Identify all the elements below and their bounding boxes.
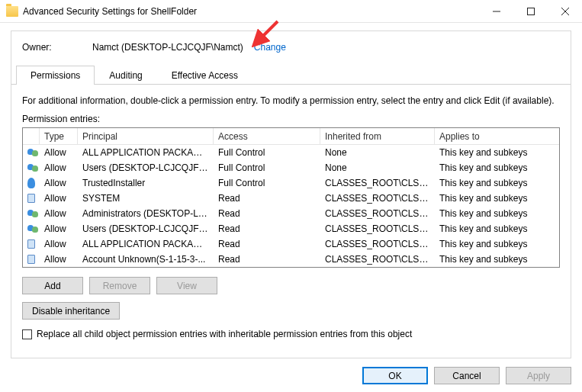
cell-applies: This key and subkeys xyxy=(435,254,559,265)
ok-button[interactable]: OK xyxy=(362,367,428,384)
content-panel: Owner: Namct (DESKTOP-LCJCQJF\Namct) Cha… xyxy=(11,31,571,358)
cell-type: Allow xyxy=(40,178,78,188)
col-icon[interactable] xyxy=(23,128,40,144)
minimize-button[interactable] xyxy=(479,0,513,22)
cell-access: Read xyxy=(214,239,320,249)
remove-button[interactable]: Remove xyxy=(89,277,150,294)
table-row[interactable]: AllowALL APPLICATION PACKAGESReadCLASSES… xyxy=(23,236,559,252)
cell-type: Allow xyxy=(40,193,78,204)
cell-access: Read xyxy=(214,208,320,219)
cell-principal: Account Unknown(S-1-15-3-... xyxy=(78,254,214,265)
add-button[interactable]: Add xyxy=(22,277,83,294)
users-icon xyxy=(23,208,40,219)
cell-inherited: None xyxy=(320,162,435,173)
entries-label: Permission entries: xyxy=(22,114,560,124)
tab-auditing[interactable]: Auditing xyxy=(95,66,156,85)
svg-rect-1 xyxy=(527,8,534,14)
cell-type: Allow xyxy=(40,162,78,173)
cell-inherited: None xyxy=(320,147,435,158)
tabs: Permissions Auditing Effective Access xyxy=(11,65,571,85)
pc-icon xyxy=(23,194,40,203)
cell-principal: ALL APPLICATION PACKAGES xyxy=(78,147,214,158)
table-row[interactable]: AllowAccount Unknown(S-1-15-3-...ReadCLA… xyxy=(23,252,559,267)
cell-access: Read xyxy=(214,223,320,234)
cancel-button[interactable]: Cancel xyxy=(434,367,500,384)
tab-permissions[interactable]: Permissions xyxy=(16,66,95,85)
cell-principal: Administrators (DESKTOP-LCJ... xyxy=(78,208,214,219)
change-owner-link[interactable]: Change xyxy=(254,42,286,53)
cell-type: Allow xyxy=(40,254,78,265)
cell-principal: ALL APPLICATION PACKAGES xyxy=(78,239,214,249)
apply-button[interactable]: Apply xyxy=(506,367,571,384)
cell-applies: This key and subkeys xyxy=(435,223,559,234)
cell-type: Allow xyxy=(40,208,78,219)
col-principal[interactable]: Principal xyxy=(78,128,214,144)
users-icon xyxy=(23,162,40,173)
pc-icon xyxy=(23,255,40,264)
table-row[interactable]: AllowAdministrators (DESKTOP-LCJ...ReadC… xyxy=(23,206,559,221)
view-button[interactable]: View xyxy=(156,277,217,294)
folder-icon xyxy=(6,6,18,17)
users-icon xyxy=(23,147,40,158)
cell-applies: This key and subkeys xyxy=(435,162,559,173)
cell-inherited: CLASSES_ROOT\CLSID... xyxy=(320,223,435,234)
owner-value: Namct (DESKTOP-LCJCQJF\Namct) xyxy=(92,42,243,53)
cell-principal: Users (DESKTOP-LCJCQJF\Use... xyxy=(78,162,214,173)
cell-inherited: CLASSES_ROOT\CLSID... xyxy=(320,239,435,249)
cell-applies: This key and subkeys xyxy=(435,178,559,188)
cell-type: Allow xyxy=(40,147,78,158)
cell-access: Read xyxy=(214,254,320,265)
pc-icon xyxy=(23,239,40,249)
cell-principal: Users (DESKTOP-LCJCQJF\Use... xyxy=(78,223,214,234)
cell-inherited: CLASSES_ROOT\CLSID... xyxy=(320,193,435,204)
cell-inherited: CLASSES_ROOT\CLSID... xyxy=(320,208,435,219)
cell-access: Full Control xyxy=(214,178,320,188)
table-row[interactable]: AllowTrustedInstallerFull ControlCLASSES… xyxy=(23,175,559,191)
entry-buttons: Add Remove View xyxy=(22,277,560,294)
permission-grid[interactable]: Type Principal Access Inherited from App… xyxy=(22,127,560,268)
dialog-buttons: OK Cancel Apply xyxy=(362,367,571,384)
cell-principal: TrustedInstaller xyxy=(78,178,214,188)
cell-applies: This key and subkeys xyxy=(435,147,559,158)
cell-access: Full Control xyxy=(214,162,320,173)
cell-access: Read xyxy=(214,193,320,204)
cell-applies: This key and subkeys xyxy=(435,239,559,249)
owner-row: Owner: Namct (DESKTOP-LCJCQJF\Namct) Cha… xyxy=(22,42,560,53)
disable-inheritance-button[interactable]: Disable inheritance xyxy=(22,302,120,320)
replace-children-label: Replace all child object permission entr… xyxy=(37,329,412,339)
titlebar: Advanced Security Settings for ShellFold… xyxy=(0,0,582,23)
table-row[interactable]: AllowALL APPLICATION PACKAGESFull Contro… xyxy=(23,145,559,160)
maximize-button[interactable] xyxy=(513,0,548,22)
cell-inherited: CLASSES_ROOT\CLSID... xyxy=(320,254,435,265)
replace-children-checkbox[interactable] xyxy=(22,329,32,339)
owner-label: Owner: xyxy=(22,42,92,53)
tab-effective-access[interactable]: Effective Access xyxy=(157,66,252,85)
close-button[interactable] xyxy=(548,0,582,22)
single-icon xyxy=(23,178,40,188)
cell-applies: This key and subkeys xyxy=(435,208,559,219)
grid-header: Type Principal Access Inherited from App… xyxy=(23,128,559,145)
col-applies[interactable]: Applies to xyxy=(435,128,559,144)
cell-type: Allow xyxy=(40,239,78,249)
cell-inherited: CLASSES_ROOT\CLSID... xyxy=(320,178,435,188)
cell-applies: This key and subkeys xyxy=(435,193,559,204)
window-controls xyxy=(479,0,582,22)
col-type[interactable]: Type xyxy=(40,128,78,144)
info-text: For additional information, double-click… xyxy=(22,95,560,106)
window-title: Advanced Security Settings for ShellFold… xyxy=(23,6,479,17)
replace-children-row[interactable]: Replace all child object permission entr… xyxy=(22,329,560,339)
table-row[interactable]: AllowUsers (DESKTOP-LCJCQJF\Use...Full C… xyxy=(23,160,559,175)
cell-type: Allow xyxy=(40,223,78,234)
table-row[interactable]: AllowSYSTEMReadCLASSES_ROOT\CLSID...This… xyxy=(23,191,559,206)
users-icon xyxy=(23,223,40,234)
col-inherited[interactable]: Inherited from xyxy=(320,128,435,144)
col-access[interactable]: Access xyxy=(214,128,320,144)
cell-principal: SYSTEM xyxy=(78,193,214,204)
cell-access: Full Control xyxy=(214,147,320,158)
table-row[interactable]: AllowUsers (DESKTOP-LCJCQJF\Use...ReadCL… xyxy=(23,221,559,236)
